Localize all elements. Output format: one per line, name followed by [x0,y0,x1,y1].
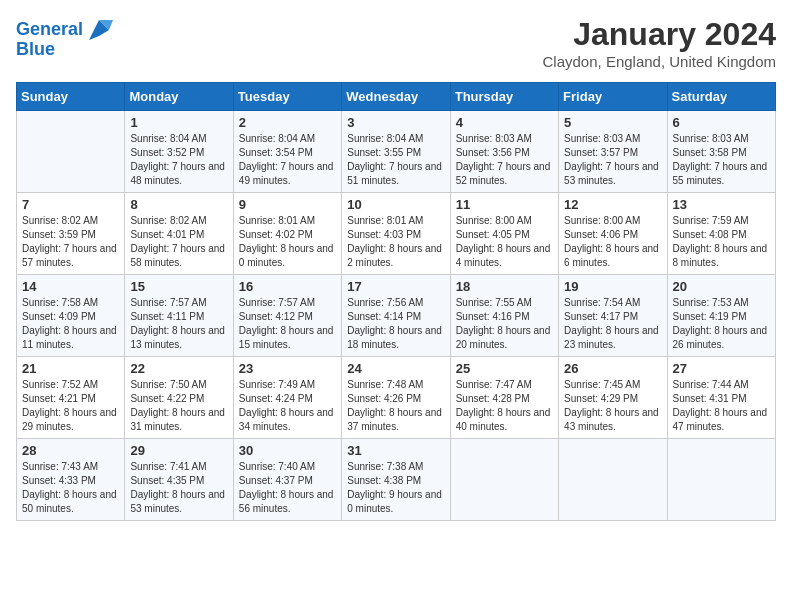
cell-content: Sunrise: 7:38 AMSunset: 4:38 PMDaylight:… [347,460,444,516]
day-number: 26 [564,361,661,376]
cell-content: Sunrise: 7:41 AMSunset: 4:35 PMDaylight:… [130,460,227,516]
calendar-cell: 9 Sunrise: 8:01 AMSunset: 4:02 PMDayligh… [233,193,341,275]
cell-content: Sunrise: 7:57 AMSunset: 4:11 PMDaylight:… [130,296,227,352]
cell-content: Sunrise: 7:50 AMSunset: 4:22 PMDaylight:… [130,378,227,434]
cell-content: Sunrise: 8:02 AMSunset: 3:59 PMDaylight:… [22,214,119,270]
logo: General Blue [16,16,113,60]
calendar-cell: 20 Sunrise: 7:53 AMSunset: 4:19 PMDaylig… [667,275,775,357]
day-number: 14 [22,279,119,294]
calendar-cell: 5 Sunrise: 8:03 AMSunset: 3:57 PMDayligh… [559,111,667,193]
cell-content: Sunrise: 8:04 AMSunset: 3:55 PMDaylight:… [347,132,444,188]
calendar-cell: 16 Sunrise: 7:57 AMSunset: 4:12 PMDaylig… [233,275,341,357]
calendar-cell: 31 Sunrise: 7:38 AMSunset: 4:38 PMDaylig… [342,439,450,521]
day-number: 23 [239,361,336,376]
cell-content: Sunrise: 7:53 AMSunset: 4:19 PMDaylight:… [673,296,770,352]
day-number: 1 [130,115,227,130]
day-number: 12 [564,197,661,212]
logo-text-blue: Blue [16,40,55,60]
calendar-cell: 21 Sunrise: 7:52 AMSunset: 4:21 PMDaylig… [17,357,125,439]
day-number: 2 [239,115,336,130]
weekday-header-thursday: Thursday [450,83,558,111]
calendar-cell: 17 Sunrise: 7:56 AMSunset: 4:14 PMDaylig… [342,275,450,357]
day-number: 20 [673,279,770,294]
weekday-header-row: SundayMondayTuesdayWednesdayThursdayFrid… [17,83,776,111]
cell-content: Sunrise: 8:01 AMSunset: 4:03 PMDaylight:… [347,214,444,270]
cell-content: Sunrise: 7:56 AMSunset: 4:14 PMDaylight:… [347,296,444,352]
cell-content: Sunrise: 8:00 AMSunset: 4:05 PMDaylight:… [456,214,553,270]
day-number: 28 [22,443,119,458]
calendar-week-2: 7 Sunrise: 8:02 AMSunset: 3:59 PMDayligh… [17,193,776,275]
cell-content: Sunrise: 8:02 AMSunset: 4:01 PMDaylight:… [130,214,227,270]
cell-content: Sunrise: 8:01 AMSunset: 4:02 PMDaylight:… [239,214,336,270]
calendar-cell [450,439,558,521]
day-number: 11 [456,197,553,212]
calendar-cell: 26 Sunrise: 7:45 AMSunset: 4:29 PMDaylig… [559,357,667,439]
calendar-cell: 14 Sunrise: 7:58 AMSunset: 4:09 PMDaylig… [17,275,125,357]
day-number: 29 [130,443,227,458]
location: Claydon, England, United Kingdom [543,53,776,70]
weekday-header-tuesday: Tuesday [233,83,341,111]
calendar-cell: 18 Sunrise: 7:55 AMSunset: 4:16 PMDaylig… [450,275,558,357]
day-number: 3 [347,115,444,130]
cell-content: Sunrise: 8:03 AMSunset: 3:58 PMDaylight:… [673,132,770,188]
calendar-cell: 3 Sunrise: 8:04 AMSunset: 3:55 PMDayligh… [342,111,450,193]
day-number: 7 [22,197,119,212]
cell-content: Sunrise: 8:00 AMSunset: 4:06 PMDaylight:… [564,214,661,270]
calendar-cell: 28 Sunrise: 7:43 AMSunset: 4:33 PMDaylig… [17,439,125,521]
cell-content: Sunrise: 7:55 AMSunset: 4:16 PMDaylight:… [456,296,553,352]
cell-content: Sunrise: 8:04 AMSunset: 3:52 PMDaylight:… [130,132,227,188]
day-number: 16 [239,279,336,294]
calendar-cell: 24 Sunrise: 7:48 AMSunset: 4:26 PMDaylig… [342,357,450,439]
calendar-cell: 1 Sunrise: 8:04 AMSunset: 3:52 PMDayligh… [125,111,233,193]
cell-content: Sunrise: 7:48 AMSunset: 4:26 PMDaylight:… [347,378,444,434]
day-number: 10 [347,197,444,212]
calendar-cell [667,439,775,521]
day-number: 19 [564,279,661,294]
month-title: January 2024 [543,16,776,53]
calendar-cell: 8 Sunrise: 8:02 AMSunset: 4:01 PMDayligh… [125,193,233,275]
day-number: 4 [456,115,553,130]
weekday-header-wednesday: Wednesday [342,83,450,111]
day-number: 27 [673,361,770,376]
calendar-cell [17,111,125,193]
day-number: 17 [347,279,444,294]
day-number: 22 [130,361,227,376]
cell-content: Sunrise: 7:54 AMSunset: 4:17 PMDaylight:… [564,296,661,352]
cell-content: Sunrise: 7:57 AMSunset: 4:12 PMDaylight:… [239,296,336,352]
weekday-header-sunday: Sunday [17,83,125,111]
weekday-header-friday: Friday [559,83,667,111]
cell-content: Sunrise: 8:03 AMSunset: 3:56 PMDaylight:… [456,132,553,188]
calendar-cell [559,439,667,521]
day-number: 9 [239,197,336,212]
calendar-cell: 22 Sunrise: 7:50 AMSunset: 4:22 PMDaylig… [125,357,233,439]
weekday-header-saturday: Saturday [667,83,775,111]
day-number: 8 [130,197,227,212]
calendar-cell: 29 Sunrise: 7:41 AMSunset: 4:35 PMDaylig… [125,439,233,521]
calendar-cell: 2 Sunrise: 8:04 AMSunset: 3:54 PMDayligh… [233,111,341,193]
day-number: 13 [673,197,770,212]
calendar-week-1: 1 Sunrise: 8:04 AMSunset: 3:52 PMDayligh… [17,111,776,193]
calendar-cell: 13 Sunrise: 7:59 AMSunset: 4:08 PMDaylig… [667,193,775,275]
calendar-cell: 27 Sunrise: 7:44 AMSunset: 4:31 PMDaylig… [667,357,775,439]
day-number: 30 [239,443,336,458]
cell-content: Sunrise: 7:40 AMSunset: 4:37 PMDaylight:… [239,460,336,516]
cell-content: Sunrise: 7:43 AMSunset: 4:33 PMDaylight:… [22,460,119,516]
cell-content: Sunrise: 8:03 AMSunset: 3:57 PMDaylight:… [564,132,661,188]
calendar-table: SundayMondayTuesdayWednesdayThursdayFrid… [16,82,776,521]
cell-content: Sunrise: 7:58 AMSunset: 4:09 PMDaylight:… [22,296,119,352]
cell-content: Sunrise: 7:49 AMSunset: 4:24 PMDaylight:… [239,378,336,434]
day-number: 21 [22,361,119,376]
calendar-cell: 11 Sunrise: 8:00 AMSunset: 4:05 PMDaylig… [450,193,558,275]
calendar-week-3: 14 Sunrise: 7:58 AMSunset: 4:09 PMDaylig… [17,275,776,357]
day-number: 25 [456,361,553,376]
calendar-cell: 23 Sunrise: 7:49 AMSunset: 4:24 PMDaylig… [233,357,341,439]
calendar-week-5: 28 Sunrise: 7:43 AMSunset: 4:33 PMDaylig… [17,439,776,521]
calendar-cell: 19 Sunrise: 7:54 AMSunset: 4:17 PMDaylig… [559,275,667,357]
calendar-cell: 15 Sunrise: 7:57 AMSunset: 4:11 PMDaylig… [125,275,233,357]
title-area: January 2024 Claydon, England, United Ki… [543,16,776,70]
logo-text-general: General [16,20,83,40]
calendar-cell: 4 Sunrise: 8:03 AMSunset: 3:56 PMDayligh… [450,111,558,193]
calendar-cell: 6 Sunrise: 8:03 AMSunset: 3:58 PMDayligh… [667,111,775,193]
day-number: 15 [130,279,227,294]
calendar-week-4: 21 Sunrise: 7:52 AMSunset: 4:21 PMDaylig… [17,357,776,439]
